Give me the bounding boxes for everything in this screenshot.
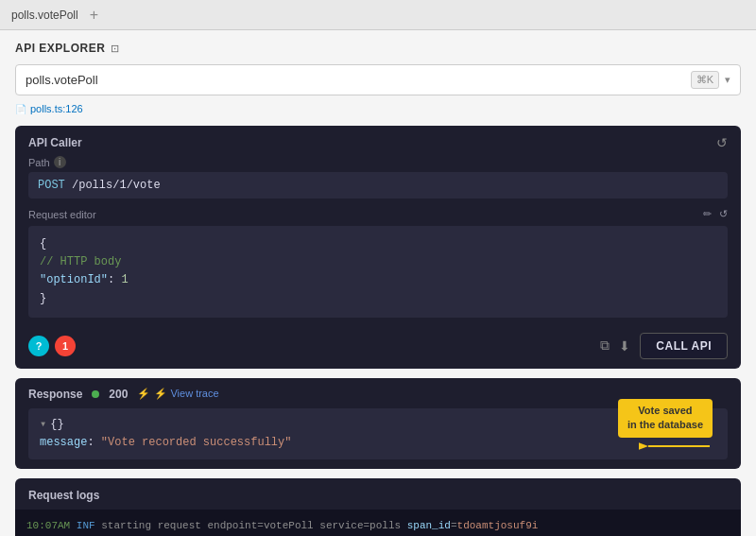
request-editor-section: Request editor ✏ ↺ { // HTTP body [15,208,741,327]
badge-red: 1 [55,336,76,356]
editor-right-actions: ⧉ ⬇ CALL API [600,333,728,359]
chevron-down-icon: ▾ [725,74,730,86]
path-label: Path i [28,156,728,168]
file-icon: 📄 [15,104,26,114]
editor-reset-icon[interactable]: ↺ [719,208,728,220]
tab-label: polls.votePoll [11,9,78,22]
logs-header: Request logs [15,478,741,510]
view-trace-link[interactable]: ⚡ ⚡ View trace [137,388,218,400]
path-section: Path i POST /polls/1/vote [15,156,741,208]
response-panel: Response 200 ⚡ ⚡ View trace Vote saved i… [15,378,741,469]
status-dot [92,390,99,398]
main-content: API EXPLORER ⊡ polls.votePoll ⌘K ▾ 📄 pol… [0,30,756,536]
reset-icon[interactable]: ↺ [716,135,728,150]
top-bar: polls.votePoll + [0,0,756,30]
badge-teal: ? [28,336,49,356]
code-editor[interactable]: { // HTTP body "optionId": 1 } [28,226,728,318]
external-link-icon: ⊡ [111,43,119,55]
download-icon[interactable]: ⬇ [619,338,630,354]
response-line-1: ▾{} [40,416,716,434]
status-code: 200 [109,388,128,401]
annotation-vote-saved: Vote saved in the database [618,399,713,438]
tab-plus-button[interactable]: + [90,7,98,24]
api-explorer-title: API EXPLORER [15,42,105,55]
call-api-button[interactable]: CALL API [640,333,728,359]
info-icon: i [54,156,66,168]
request-logs-panel: Request logs 10:07AM INF starting reques… [15,478,741,536]
path-route: /polls/1/vote [72,179,161,192]
http-method: POST [38,179,65,192]
code-line-3: "optionId": 1 [40,271,716,289]
api-caller-title: API Caller [28,136,82,149]
api-caller-panel: API Caller ↺ Path i POST /polls/1/vote R… [15,126,741,369]
code-line-1: { [40,235,716,253]
api-caller-actions: ↺ [716,135,728,150]
editor-badges: ? 1 [28,336,76,356]
search-shortcut: ⌘K [691,71,719,89]
log-line-1: 10:07AM INF starting request endpoint=vo… [26,517,730,535]
edit-icon[interactable]: ✏ [703,208,712,220]
logs-body: 10:07AM INF starting request endpoint=vo… [15,510,741,536]
api-explorer-header: API EXPLORER ⊡ [15,42,741,55]
response-title: Response [28,388,82,401]
request-editor-label: Request editor ✏ ↺ [28,208,728,220]
trace-icon: ⚡ [137,388,150,400]
file-link[interactable]: 📄 polls.ts:126 [15,103,741,114]
path-value: POST /polls/1/vote [28,172,728,199]
code-line-2: // HTTP body [40,253,716,271]
copy-icon[interactable]: ⧉ [600,337,610,354]
editor-label-actions: ✏ ↺ [703,208,728,220]
code-editor-container: { // HTTP body "optionId": 1 } [28,226,728,318]
search-bar-text: polls.votePoll [26,73,691,87]
logs-title: Request logs [28,489,99,502]
response-line-2: message: "Vote recorded successfully" [40,434,716,452]
response-body-container: Vote saved in the database ▾{} message: … [15,408,741,459]
file-link-text: polls.ts:126 [30,103,83,114]
api-caller-header: API Caller ↺ [15,126,741,156]
editor-footer: ? 1 ⧉ ⬇ CALL API [15,327,741,369]
code-line-4: } [40,290,716,308]
search-bar[interactable]: polls.votePoll ⌘K ▾ [15,64,741,95]
